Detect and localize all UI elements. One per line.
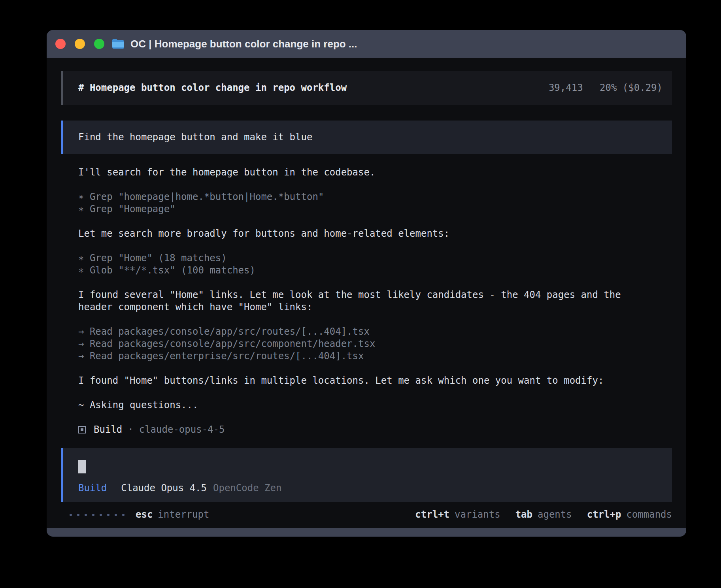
input-status-line: Build Claude Opus 4.5 OpenCode Zen: [78, 482, 657, 494]
prompt-input[interactable]: Build Claude Opus 4.5 OpenCode Zen: [61, 448, 672, 502]
hint-group: ctrl+t variants tab agents ctrl+p comman…: [415, 509, 672, 521]
dot-icon: [122, 514, 125, 516]
tool-call-grep: ∗ Grep "Homepage": [78, 203, 672, 215]
token-count: 39,413: [549, 82, 583, 93]
folder-icon: [111, 38, 125, 49]
minimize-button[interactable]: [75, 39, 85, 49]
commands-label: commands: [626, 509, 672, 521]
variants-label: variants: [455, 509, 500, 521]
terminal-content: # Homepage button color change in repo w…: [47, 58, 686, 528]
user-message-text: Find the homepage button and make it blu…: [78, 132, 312, 143]
tool-call-group: ∗ Grep "Home" (18 matches) ∗ Glob "**/*.…: [61, 252, 672, 277]
close-button[interactable]: [55, 39, 66, 49]
agent-model: claude-opus-4-5: [139, 424, 225, 436]
tool-call-read: → Read packages/console/app/src/componen…: [78, 338, 672, 350]
hint-commands: ctrl+p commands: [587, 509, 672, 521]
tab-key: tab: [515, 509, 532, 521]
agent-name: Build: [94, 424, 122, 436]
tool-prefix-icon: ∗: [78, 204, 84, 215]
status-bar: esc interrupt ctrl+t variants tab agents…: [61, 509, 672, 521]
dot-icon: [107, 514, 109, 516]
assistant-message: I'll search for the homepage button in t…: [61, 166, 640, 179]
agent-icon-inner: [81, 428, 83, 431]
arrow-icon: →: [78, 338, 84, 349]
traffic-lights: [55, 39, 104, 49]
model-name: Claude Opus 4.5: [121, 482, 207, 494]
text-cursor: [78, 460, 86, 473]
tool-call-text: Read packages/console/app/src/routes/[..…: [90, 326, 370, 337]
tool-call-group: ∗ Grep "homepage|home.*button|Home.*butt…: [61, 191, 672, 215]
tool-prefix-icon: ∗: [78, 191, 84, 202]
hint-agents: tab agents: [515, 509, 572, 521]
mode-indicator: Build: [78, 482, 107, 494]
tool-call-text: Grep "Homepage": [90, 204, 176, 215]
ctrl-t-key: ctrl+t: [415, 509, 449, 521]
titlebar: OC | Homepage button color change in rep…: [47, 30, 686, 58]
session-header: # Homepage button color change in repo w…: [61, 71, 672, 105]
assistant-message: Let me search more broadly for buttons a…: [61, 228, 640, 240]
context-usage: 20% ($0.29): [600, 82, 662, 93]
assistant-status-message: ~ Asking questions...: [61, 399, 640, 411]
tool-prefix-icon: ∗: [78, 253, 84, 264]
arrow-icon: →: [78, 351, 84, 362]
tool-call-glob: ∗ Glob "**/*.tsx" (100 matches): [78, 264, 672, 277]
tool-call-text: Read packages/console/app/src/component/…: [90, 338, 375, 349]
tool-call-grep: ∗ Grep "Home" (18 matches): [78, 252, 672, 264]
terminal-window: OC | Homepage button color change in rep…: [47, 30, 686, 537]
tool-call-text: Grep "Home" (18 matches): [90, 253, 227, 264]
tool-prefix-icon: ∗: [78, 265, 84, 276]
interrupt-label: interrupt: [158, 509, 209, 521]
agent-icon: [78, 426, 86, 433]
session-title: # Homepage button color change in repo w…: [78, 82, 347, 94]
agent-status: Build · claude-opus-4-5: [61, 424, 672, 436]
dot-icon: [100, 514, 102, 516]
arrow-icon: →: [78, 326, 84, 337]
tool-call-text: Read packages/enterprise/src/routes/[...…: [90, 351, 364, 362]
tool-call-text: Grep "homepage|home.*button|Home.*button…: [90, 191, 324, 202]
dot-icon: [70, 514, 72, 516]
agents-label: agents: [538, 509, 572, 521]
dot-icon: [77, 514, 79, 516]
model-provider: OpenCode Zen: [213, 482, 281, 494]
tool-call-text: Glob "**/*.tsx" (100 matches): [90, 265, 255, 276]
tool-call-grep: ∗ Grep "homepage|home.*button|Home.*butt…: [78, 191, 672, 203]
assistant-message: I found several "Home" links. Let me loo…: [61, 289, 640, 313]
ctrl-p-key: ctrl+p: [587, 509, 621, 521]
tool-call-read: → Read packages/console/app/src/routes/[…: [78, 326, 672, 338]
tool-call-group: → Read packages/console/app/src/routes/[…: [61, 326, 672, 362]
tool-call-read: → Read packages/enterprise/src/routes/[.…: [78, 350, 672, 362]
hint-variants: ctrl+t variants: [415, 509, 500, 521]
assistant-message: I found "Home" buttons/links in multiple…: [61, 375, 640, 387]
zoom-button[interactable]: [94, 39, 104, 49]
progress-dots: [70, 514, 125, 516]
agent-separator: ·: [128, 424, 133, 436]
dot-icon: [115, 514, 117, 516]
dot-icon: [85, 514, 87, 516]
session-stats: 39,413 20% ($0.29): [549, 82, 662, 94]
user-message: Find the homepage button and make it blu…: [61, 121, 672, 154]
esc-key: esc: [136, 509, 153, 521]
dot-icon: [92, 514, 94, 516]
hint-interrupt: esc interrupt: [136, 509, 209, 521]
window-title: OC | Homepage button color change in rep…: [130, 38, 357, 50]
